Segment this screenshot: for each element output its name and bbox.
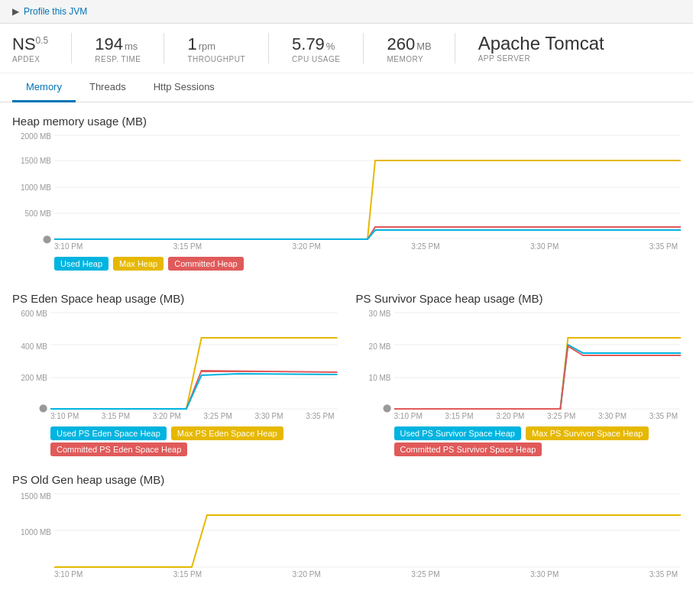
- tabs-bar: Memory Threads Http Sessions: [0, 73, 693, 102]
- oldgen-x-6: 3:35 PM: [649, 570, 678, 579]
- apdex-value: NS0.5: [12, 35, 48, 53]
- topbar: ▶ Profile this JVM: [0, 0, 693, 24]
- surv-x-2: 3:15 PM: [445, 412, 473, 420]
- surv-x-1: 3:10 PM: [394, 412, 423, 420]
- heap-chart-svg: [54, 134, 681, 241]
- memory-label: MEMORY: [387, 55, 423, 63]
- heap-memory-title: Heap memory usage (MB): [12, 115, 681, 128]
- surv-legend-used[interactable]: Used PS Survivor Space Heap: [394, 426, 521, 440]
- ps-eden-section: PS Eden Space heap usage (MB) 600 MB 400…: [12, 292, 338, 455]
- heap-x-5: 3:30 PM: [530, 242, 559, 251]
- oldgen-x-3: 3:20 PM: [293, 570, 321, 579]
- eden-x-labels: 3:10 PM 3:15 PM 3:20 PM 3:25 PM 3:30 PM …: [50, 412, 335, 420]
- tab-threads[interactable]: Threads: [76, 73, 140, 102]
- surv-legend-committed[interactable]: Committed PS Survivor Space Heap: [394, 443, 542, 456]
- heap-memory-section: Heap memory usage (MB) 2000 MB 1500 MB 1…: [12, 115, 681, 271]
- resptime-metric: 194ms RESP. TIME: [95, 35, 141, 63]
- oldgen-chart-svg: [54, 492, 681, 569]
- arrow-icon: ▶: [12, 6, 19, 17]
- eden-legend-max[interactable]: Max PS Eden Space Heap: [171, 426, 283, 440]
- eden-x-1: 3:10 PM: [50, 412, 79, 420]
- heap-x-4: 3:25 PM: [411, 242, 439, 251]
- throughput-value: 1rpm: [187, 35, 215, 53]
- eden-legend-committed[interactable]: Committed PS Eden Space Heap: [50, 443, 187, 456]
- divider1: [71, 33, 72, 63]
- surv-y-30: 30 MB: [369, 309, 391, 317]
- heap-legend-used[interactable]: Used Heap: [54, 257, 108, 271]
- oldgen-x-5: 3:30 PM: [530, 570, 559, 579]
- eden-x-5: 3:30 PM: [254, 412, 283, 420]
- eden-y-400: 400 MB: [21, 342, 47, 350]
- tab-memory[interactable]: Memory: [12, 73, 76, 102]
- divider3: [268, 33, 269, 63]
- heap-legend: Used Heap Max Heap Committed Heap: [54, 257, 681, 271]
- surv-y-10: 10 MB: [369, 374, 391, 382]
- ps-old-gen-title: PS Old Gen heap usage (MB): [12, 473, 681, 486]
- eden-survivor-row: PS Eden Space heap usage (MB) 600 MB 400…: [12, 292, 681, 455]
- surv-y-circle: ⬤: [383, 404, 391, 412]
- cpu-label: CPU USAGE: [292, 55, 340, 63]
- eden-chart-svg: [50, 311, 338, 410]
- heap-y-circle: ⬤: [43, 235, 51, 243]
- heap-x-2: 3:15 PM: [173, 242, 202, 251]
- oldgen-y-1500: 1500 MB: [21, 492, 51, 501]
- survivor-chart-svg: [394, 311, 682, 410]
- apdex-label: APDEX: [12, 55, 40, 63]
- eden-y-circle: ⬤: [39, 404, 47, 412]
- throughput-label: THROUGHPUT: [187, 55, 245, 63]
- ps-old-gen-section: PS Old Gen heap usage (MB) 1500 MB 1000 …: [12, 473, 681, 579]
- eden-x-2: 3:15 PM: [102, 412, 130, 420]
- metrics-bar: NS0.5 APDEX 194ms RESP. TIME 1rpm THROUG…: [0, 24, 693, 73]
- oldgen-x-2: 3:15 PM: [173, 570, 202, 579]
- appserver-label: APP SERVER: [478, 54, 531, 63]
- tab-httpsessions[interactable]: Http Sessions: [140, 73, 228, 102]
- heap-y-1000: 1000 MB: [21, 183, 51, 192]
- cpu-value: 5.79%: [292, 35, 335, 53]
- ps-survivor-title: PS Survivor Space heap usage (MB): [356, 292, 682, 305]
- eden-y-600: 600 MB: [21, 309, 47, 317]
- profile-jvm-link[interactable]: Profile this JVM: [24, 6, 87, 17]
- surv-y-20: 20 MB: [369, 342, 391, 350]
- heap-x-3: 3:20 PM: [293, 242, 321, 251]
- apdex-metric: NS0.5 APDEX: [12, 35, 48, 63]
- surv-x-4: 3:25 PM: [547, 412, 575, 420]
- heap-x-1: 3:10 PM: [54, 242, 83, 251]
- surv-x-5: 3:30 PM: [598, 412, 627, 420]
- eden-x-4: 3:25 PM: [204, 412, 232, 420]
- resptime-label: RESP. TIME: [95, 55, 141, 63]
- divider5: [455, 33, 455, 63]
- heap-x-6: 3:35 PM: [649, 242, 678, 251]
- eden-x-3: 3:20 PM: [153, 412, 181, 420]
- heap-x-labels: 3:10 PM 3:15 PM 3:20 PM 3:25 PM 3:30 PM …: [54, 242, 678, 251]
- cpu-metric: 5.79% CPU USAGE: [292, 35, 340, 63]
- eden-y-200: 200 MB: [21, 374, 47, 382]
- surv-legend-max[interactable]: Max PS Survivor Space Heap: [526, 426, 649, 440]
- oldgen-x-4: 3:25 PM: [411, 570, 439, 579]
- heap-y-1500: 1500 MB: [21, 157, 51, 165]
- appserver-metric: Apache Tomcat APP SERVER: [478, 33, 604, 63]
- ps-eden-title: PS Eden Space heap usage (MB): [12, 292, 338, 305]
- survivor-x-labels: 3:10 PM 3:15 PM 3:20 PM 3:25 PM 3:30 PM …: [394, 412, 678, 420]
- oldgen-x-labels: 3:10 PM 3:15 PM 3:20 PM 3:25 PM 3:30 PM …: [54, 570, 678, 579]
- oldgen-x-1: 3:10 PM: [54, 570, 83, 579]
- oldgen-y-1000: 1000 MB: [21, 528, 51, 537]
- eden-x-6: 3:35 PM: [306, 412, 334, 420]
- eden-legend: Used PS Eden Space Heap Max PS Eden Spac…: [50, 426, 338, 440]
- surv-x-3: 3:20 PM: [496, 412, 524, 420]
- divider2: [164, 33, 164, 63]
- heap-y-500: 500 MB: [25, 209, 51, 217]
- heap-legend-max[interactable]: Max Heap: [113, 257, 164, 271]
- memory-metric: 260MB MEMORY: [387, 35, 431, 63]
- appserver-name: Apache Tomcat: [478, 33, 604, 54]
- survivor-legend: Used PS Survivor Space Heap Max PS Survi…: [394, 426, 682, 440]
- memory-value: 260MB: [387, 35, 431, 53]
- resptime-value: 194ms: [95, 35, 138, 53]
- throughput-metric: 1rpm THROUGHPUT: [187, 35, 245, 63]
- content-area: Heap memory usage (MB) 2000 MB 1500 MB 1…: [0, 102, 693, 612]
- eden-legend-used[interactable]: Used PS Eden Space Heap: [50, 426, 167, 440]
- heap-y-2000: 2000 MB: [21, 131, 51, 140]
- heap-legend-committed[interactable]: Committed Heap: [168, 257, 244, 271]
- ps-survivor-section: PS Survivor Space heap usage (MB) 30 MB …: [356, 292, 682, 455]
- surv-x-6: 3:35 PM: [649, 412, 678, 420]
- divider4: [363, 33, 364, 63]
